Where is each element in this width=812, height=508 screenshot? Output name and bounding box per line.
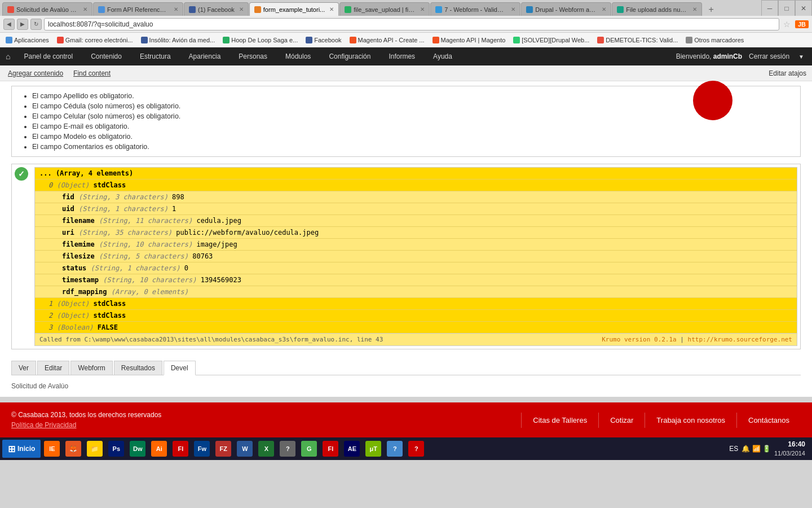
refresh-btn[interactable]: ↻	[30, 19, 42, 30]
krumo-footer: Called from C:\wamp\www\casabaca2013\sit…	[35, 333, 797, 345]
browser-tab-tab7[interactable]: Drupal - Webform aut...✕	[521, 2, 611, 16]
krumo-footer-left: Called from C:\wamp\www\casabaca2013\sit…	[39, 336, 383, 343]
taskbar-app-app3[interactable]: ?	[385, 440, 405, 458]
content-tab-webform[interactable]: Webform	[70, 361, 112, 375]
close-btn[interactable]: ✕	[795, 0, 812, 16]
taskbar-app-browser[interactable]: IE	[42, 440, 62, 458]
new-tab-btn[interactable]: +	[704, 3, 718, 16]
krumo-row-10[interactable]: 1 (Object) stdClass	[35, 298, 797, 310]
krumo-header[interactable]: ... (Array, 4 elements)	[35, 168, 797, 179]
bookmark-item-0[interactable]: Aplicaciones	[2, 36, 52, 45]
admin-bar-logout[interactable]: Cerrar sesión	[749, 52, 789, 60]
maximize-btn[interactable]: □	[778, 0, 795, 16]
footer-copyright: © Casabaca 2013, todos los derechos rese…	[11, 411, 521, 419]
validation-error-3: El campo E-mail es obligatorio.	[32, 121, 791, 132]
start-button[interactable]: ⊞ Inicio	[2, 440, 41, 458]
admin-bar-item-3[interactable]: Apariencia	[184, 50, 226, 63]
browser-tab-tab4[interactable]: form_example_tutori...✕	[249, 2, 339, 16]
breadcrumb: Solicitud de Avalúo	[11, 380, 801, 392]
taskbar-app-flash[interactable]: Fl	[170, 440, 191, 458]
find-content-link[interactable]: Find content	[71, 67, 113, 80]
footer-left: © Casabaca 2013, todos los derechos rese…	[11, 411, 521, 429]
footer-nav-item-1[interactable]: Cotizar	[598, 413, 645, 428]
admin-bar-home[interactable]: ⌂	[6, 52, 10, 61]
taskbar-app-photoshop[interactable]: Ps	[106, 440, 126, 458]
krumo-row-0[interactable]: 0 (Object) stdClass	[35, 179, 797, 191]
page-content: El campo Apellido es obligatorio.El camp…	[0, 81, 812, 397]
browser-tab-tab2[interactable]: Form API Reference |...✕	[93, 2, 183, 16]
taskbar-app-dreamweaver[interactable]: Dw	[127, 440, 148, 458]
taskbar-app-filezilla[interactable]: FZ	[213, 440, 233, 458]
add-content-link[interactable]: Agregar contenido	[6, 67, 65, 80]
taskbar-app-illustrator[interactable]: Ai	[149, 440, 169, 458]
krumo-debug-block: ✓ ... (Array, 4 elements) 0 (Object) std…	[11, 164, 801, 349]
krumo-footer-link[interactable]: http://krumo.sourceforge.net	[688, 336, 792, 343]
krumo-rows: 0 (Object) stdClassfid (String, 3 charac…	[35, 179, 797, 333]
bookmark-item-5[interactable]: Magento API - Create ...	[346, 36, 428, 45]
taskbar-clock[interactable]: 16:40 11/03/2014	[774, 440, 805, 457]
bookmark-item-7[interactable]: [SOLVED][Drupal Web...	[510, 36, 593, 45]
taskbar-app-excel[interactable]: X	[256, 440, 276, 458]
validation-error-0: El campo Apellido es obligatorio.	[32, 91, 791, 101]
admin-bar-item-4[interactable]: Personas	[234, 50, 272, 63]
taskbar-date: 11/03/2014	[774, 449, 805, 457]
admin-bar-item-0[interactable]: Panel de control	[19, 50, 77, 63]
admin-bar-item-5[interactable]: Módulos	[281, 50, 315, 63]
bookmark-item-1[interactable]: Gmail: correo electróni...	[54, 36, 136, 45]
bookmark-item-4[interactable]: Facebook	[302, 36, 345, 45]
taskbar-app-word[interactable]: W	[235, 440, 255, 458]
admin-bar-item-8[interactable]: Ayuda	[429, 50, 457, 63]
back-btn[interactable]: ◀	[3, 19, 15, 30]
submit-button-circle[interactable]	[693, 81, 732, 120]
krumo-row-5: filemime (String, 10 characters) image/j…	[35, 239, 797, 251]
content-tab-devel[interactable]: Devel	[164, 361, 196, 375]
browser-tab-tab3[interactable]: (1) Facebook✕	[184, 2, 249, 16]
footer-nav-item-2[interactable]: Trabaja con nosotros	[645, 413, 736, 428]
krumo-footer-right: Krumo version 0.2.1a | http://krumo.sour…	[602, 336, 792, 343]
browser-tab-tab5[interactable]: file_save_upload | file...✕	[339, 2, 430, 16]
footer-nav-item-3[interactable]: Contáctanos	[736, 413, 801, 428]
validation-error-2: El campo Celular (solo números) es oblig…	[32, 111, 791, 121]
taskbar-app-firefox[interactable]: 🦊	[63, 440, 83, 458]
taskbar-app-ae[interactable]: AE	[342, 440, 362, 458]
browser-toolbar: ◀ ▶ ↻ localhost:8087/?q=solicitud_avaluo…	[0, 16, 812, 33]
admin-bar-dropdown[interactable]: ▼	[796, 51, 806, 62]
admin-bar-item-7[interactable]: Informes	[384, 50, 420, 63]
url-text: localhost:8087/?q=solicitud_avaluo	[48, 20, 153, 28]
bookmark-item-8[interactable]: DEMETOLE-TICS: Valid...	[594, 36, 681, 45]
minimize-btn[interactable]: ─	[761, 0, 778, 16]
taskbar-app-app2[interactable]: ?	[277, 440, 298, 458]
bookmark-star[interactable]: ☆	[782, 19, 793, 30]
krumo-row-12[interactable]: 3 (Boolean) FALSE	[35, 322, 797, 333]
footer-nav-item-0[interactable]: Citas de Talleres	[521, 413, 598, 428]
address-bar[interactable]: localhost:8087/?q=solicitud_avaluo	[44, 18, 779, 30]
taskbar-app-explorer[interactable]: 📁	[85, 440, 105, 458]
taskbar-app-utorrent[interactable]: μT	[363, 440, 383, 458]
taskbar-app-chrome[interactable]: G	[299, 440, 319, 458]
admin-bar-item-6[interactable]: Configuración	[324, 50, 375, 63]
browser-tab-tab8[interactable]: File upload adds numb...✕	[612, 2, 702, 16]
krumo-row-11[interactable]: 2 (Object) stdClass	[35, 310, 797, 322]
taskbar-app-app4[interactable]: ?	[406, 440, 426, 458]
taskbar-app-fireworks[interactable]: Fw	[192, 440, 212, 458]
krumo-row-7: status (String, 1 characters) 0	[35, 262, 797, 274]
edit-shortcuts-link[interactable]: Editar atajos	[769, 69, 806, 77]
content-tab-resultados[interactable]: Resultados	[114, 361, 162, 375]
taskbar-app-flash2[interactable]: Fl	[320, 440, 341, 458]
admin-bar-item-2[interactable]: Estructura	[135, 50, 175, 63]
bookmark-item-2[interactable]: Insólito: Avión da med...	[138, 36, 219, 45]
forward-btn[interactable]: ▶	[17, 19, 28, 30]
admin-bar-right: Bienvenido, adminCbCerrar sesión▼	[676, 51, 806, 62]
browser-tab-tab6[interactable]: 7 - Webform - Validati...✕	[430, 2, 520, 16]
admin-bar-item-1[interactable]: Contenido	[86, 50, 126, 63]
validation-error-list: El campo Apellido es obligatorio.El camp…	[21, 91, 791, 152]
browser-tab-tab1[interactable]: Solicitud de Avalúo de...✕	[2, 2, 92, 16]
bookmark-item-3[interactable]: Hoop De Loop Saga e...	[219, 36, 301, 45]
footer-privacy-link[interactable]: Política de Privacidad	[11, 421, 76, 429]
krumo-row-2: uid (String, 1 characters) 1	[35, 203, 797, 215]
bookmark-item-6[interactable]: Magento API | Magento	[429, 36, 509, 45]
taskbar-system: ES 🔔 📶 🔋 16:40 11/03/2014	[725, 440, 810, 457]
bookmark-item-9[interactable]: Otros marcadores	[682, 36, 747, 45]
content-tab-editar[interactable]: Editar	[37, 361, 69, 375]
content-tab-ver[interactable]: Ver	[11, 361, 36, 375]
